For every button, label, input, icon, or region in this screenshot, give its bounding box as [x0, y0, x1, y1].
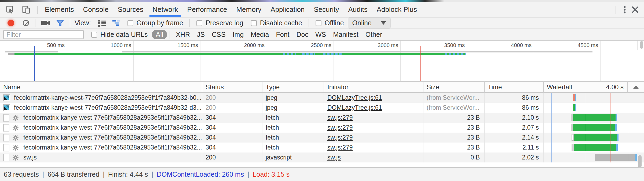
waterfall-bar: [616, 144, 618, 151]
initiator-link[interactable]: sw.js: [327, 154, 341, 161]
ruler-tick-label: 500 ms: [11, 42, 65, 48]
tab-application[interactable]: Application: [266, 2, 309, 17]
tab-audits[interactable]: Audits: [343, 2, 372, 17]
cell-name: fecolormatrix-kanye-west-77e6f7a658028a2…: [0, 103, 202, 113]
waterfall-bar: [573, 124, 615, 131]
initiator-link[interactable]: sw.js:279: [327, 114, 353, 121]
overview-scrollbar-thumb[interactable]: [640, 41, 643, 49]
tab-memory[interactable]: Memory: [232, 2, 266, 17]
initiator-link[interactable]: sw.js:279: [327, 134, 353, 141]
cell-type: fetch: [262, 123, 324, 133]
tab-sources[interactable]: Sources: [113, 2, 148, 17]
table-row[interactable]: sw.js200javascriptsw.js0 B2.02 s: [0, 152, 644, 162]
table-row[interactable]: fecolormatrix-kanye-west-77e6f7a658028a2…: [0, 113, 644, 123]
timeline-ruler[interactable]: 500 ms1000 ms1500 ms2000 ms2500 ms3000 m…: [0, 41, 644, 50]
column-header-waterfall[interactable]: Waterfall 4.00 s: [544, 82, 628, 92]
preserve-log-label: Preserve log: [206, 19, 243, 27]
type-filter-js[interactable]: JS: [194, 30, 208, 39]
show-overview-button[interactable]: [110, 19, 123, 27]
table-row[interactable]: fecolormatrix-kanye-west-77e6f7a658028a2…: [0, 143, 644, 152]
blank-file-icon: [3, 124, 9, 132]
separator: |: [42, 171, 44, 178]
tab-elements[interactable]: Elements: [40, 2, 78, 17]
cell-name: fecolormatrix-kanye-west-77e6f7a658028a2…: [0, 133, 202, 143]
overview-dashed-segment: [443, 53, 466, 55]
table-row[interactable]: fecolormatrix-kanye-west-77e6f7a658028a2…: [0, 123, 644, 133]
column-header-time[interactable]: Time: [485, 82, 544, 92]
initiator-link[interactable]: DOMLazyTree.js:61: [327, 94, 382, 101]
table-scrollbar-thumb[interactable]: [638, 155, 642, 168]
type-filter-ws[interactable]: WS: [312, 30, 329, 39]
column-header-type[interactable]: Type: [262, 82, 324, 92]
initiator-link[interactable]: sw.js:279: [327, 124, 353, 131]
cell-waterfall: [544, 123, 644, 133]
status-segment: Load: 3.15 s: [253, 171, 290, 178]
sort-direction-header[interactable]: [628, 82, 644, 92]
gear-icon: [12, 124, 19, 131]
initiator-link[interactable]: sw.js:279: [327, 144, 353, 151]
capture-screenshots-button[interactable]: [39, 19, 52, 27]
tab-performance[interactable]: Performance: [183, 2, 232, 17]
inspect-element-button[interactable]: [5, 4, 16, 15]
cell-waterfall: [544, 152, 644, 162]
gear-icon-wrap: [12, 114, 19, 121]
cell-status: 304: [202, 123, 262, 133]
type-filter-doc[interactable]: Doc: [293, 30, 311, 39]
cell-initiator: sw.js:279: [324, 143, 423, 152]
column-header-size[interactable]: Size: [423, 82, 485, 92]
cell-status: 200: [202, 93, 262, 103]
record-button[interactable]: [5, 19, 16, 27]
type-filter-font[interactable]: Font: [273, 30, 292, 39]
device-toolbar-button[interactable]: [21, 4, 32, 15]
inspect-cursor-icon: [6, 5, 14, 14]
overview-dashed-segment: [301, 53, 315, 55]
hide-data-urls-label: Hide data URLs: [100, 31, 148, 38]
waterfall-bar: [574, 134, 617, 141]
disable-cache-checkbox[interactable]: Disable cache: [251, 19, 302, 27]
tab-security[interactable]: Security: [309, 2, 344, 17]
offline-checkbox[interactable]: Offline: [316, 19, 344, 27]
use-large-rows-button[interactable]: [96, 19, 108, 28]
throttling-select[interactable]: Online: [348, 17, 391, 29]
type-filter-css[interactable]: CSS: [209, 30, 228, 39]
ruler-gridline: [400, 41, 401, 50]
column-header-status[interactable]: Status: [202, 82, 262, 92]
initiator-link[interactable]: DOMLazyTree.js:61: [327, 104, 382, 111]
type-filter-other[interactable]: Other: [363, 30, 385, 39]
filter-input[interactable]: [3, 30, 84, 39]
table-row[interactable]: fecolormatrix-kanye-west-77e6f7a658028a2…: [0, 103, 644, 113]
clear-button[interactable]: [21, 19, 31, 27]
type-filter-manifest[interactable]: Manifest: [330, 30, 361, 39]
ruler-tick-label: 2000 ms: [211, 42, 265, 48]
ruler-tick-label: 3000 ms: [345, 42, 398, 48]
column-header-name[interactable]: Name: [0, 82, 202, 92]
waterfall-scale-label: 4.00 s: [606, 83, 624, 91]
type-filter-xhr[interactable]: XHR: [173, 30, 193, 39]
cell-time: 2.02 s: [485, 152, 544, 162]
type-filter-img[interactable]: Img: [230, 30, 247, 39]
table-row[interactable]: fecolormatrix-kanye-west-77e6f7a658028a2…: [0, 133, 644, 143]
table-row[interactable]: fecolormatrix-kanye-west-77e6f7a658028a2…: [0, 93, 644, 103]
close-devtools-button[interactable]: [631, 5, 640, 14]
hide-data-urls-checkbox[interactable]: Hide data URLs: [91, 31, 148, 38]
filter-toggle-button[interactable]: [54, 19, 66, 28]
type-filter-all[interactable]: All: [152, 30, 167, 39]
device-toolbar-icon: [22, 5, 31, 14]
network-overview-strip[interactable]: [0, 50, 644, 82]
kebab-menu-button[interactable]: [623, 4, 627, 15]
tab-adblock-plus[interactable]: Adblock Plus: [372, 2, 422, 17]
gear-icon: [12, 154, 19, 161]
cell-initiator: DOMLazyTree.js:61: [324, 103, 423, 113]
group-by-frame-checkbox[interactable]: Group by frame: [127, 19, 183, 27]
tab-network[interactable]: Network: [148, 2, 182, 17]
checkbox-icon: [91, 32, 97, 38]
column-header-initiator[interactable]: Initiator: [324, 82, 423, 92]
overview-loading-bar: [14, 53, 466, 55]
type-filter-media[interactable]: Media: [248, 30, 272, 39]
status-segment: 63 requests: [4, 171, 39, 178]
waterfall-bar: [595, 154, 635, 161]
cell-initiator: sw.js:279: [324, 133, 423, 143]
blank-file-icon: [3, 144, 9, 151]
preserve-log-checkbox[interactable]: Preserve log: [196, 19, 243, 27]
tab-console[interactable]: Console: [78, 2, 113, 17]
